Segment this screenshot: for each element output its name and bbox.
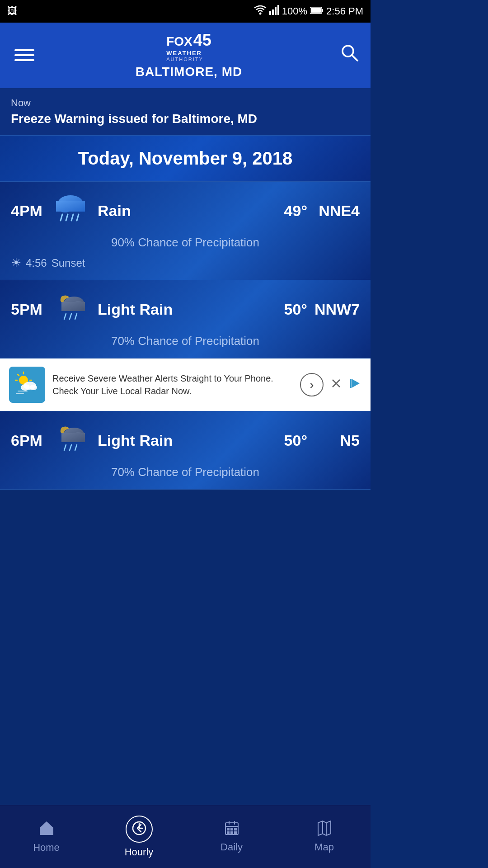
wind-5pm: NNW7 xyxy=(314,301,360,318)
home-icon xyxy=(38,820,55,838)
nav-hourly[interactable]: Hourly xyxy=(93,805,185,868)
sunset-icon: ☀ xyxy=(11,256,21,270)
logo-authority-text: AUTHORITY xyxy=(166,57,211,62)
svg-line-9 xyxy=(352,55,358,61)
night-rain-icon-5pm xyxy=(52,290,89,329)
weather-row-6pm: 6PM Light Rain 50° N5 xyxy=(0,411,371,490)
wifi-icon xyxy=(254,5,267,18)
hourly-icon xyxy=(131,820,147,838)
svg-rect-2 xyxy=(272,9,274,15)
svg-rect-58 xyxy=(231,832,233,834)
time-6pm: 6PM xyxy=(11,432,47,449)
search-button[interactable] xyxy=(340,43,360,67)
weather-row-4pm: 4PM Rain 49° NNE4 xyxy=(0,182,371,280)
nav-hourly-label: Hourly xyxy=(125,846,154,858)
svg-rect-13 xyxy=(56,201,85,212)
status-icons: 100% 2:56 PM xyxy=(254,5,363,18)
nav-daily-label: Daily xyxy=(221,841,243,853)
menu-button[interactable] xyxy=(11,46,38,65)
alert-message: Freeze Warning issued for Baltimore, MD xyxy=(11,112,360,126)
wind-6pm: N5 xyxy=(314,432,360,449)
signal-icon xyxy=(269,5,279,18)
weather-main-5pm: 5PM Lig xyxy=(11,290,360,329)
nav-map-label: Map xyxy=(314,841,334,853)
logo-fox-text: FOX xyxy=(166,34,192,49)
weather-main-4pm: 4PM Rain 49° NNE4 xyxy=(11,192,360,230)
svg-rect-44 xyxy=(61,433,85,442)
condition-4pm: Rain xyxy=(98,202,284,220)
sunset-label: Sunset xyxy=(52,257,85,269)
svg-rect-3 xyxy=(275,7,277,15)
svg-rect-56 xyxy=(235,828,236,830)
svg-line-24 xyxy=(75,314,77,319)
daily-icon xyxy=(224,820,240,838)
svg-rect-55 xyxy=(231,828,233,830)
svg-line-30 xyxy=(18,374,19,376)
svg-point-8 xyxy=(343,46,353,57)
svg-rect-7 xyxy=(322,9,323,12)
header-center: FOX 45 WEATHER AUTHORITY BALTIMORE, MD xyxy=(136,31,242,79)
ad-play-icon xyxy=(349,377,361,393)
svg-marker-60 xyxy=(318,821,331,835)
nav-home[interactable]: Home xyxy=(0,805,93,868)
status-bar: 🖼 100% 2 xyxy=(0,0,371,23)
nav-home-label: Home xyxy=(33,842,60,854)
svg-rect-6 xyxy=(311,8,321,13)
precip-5pm: 70% Chance of Precipitation xyxy=(11,334,360,348)
temp-4pm: 49° xyxy=(284,202,307,220)
sunset-time: 4:56 xyxy=(26,257,47,269)
ad-banner: Receive Severe Weather Alerts Straight t… xyxy=(0,359,371,411)
svg-marker-39 xyxy=(352,379,360,388)
svg-line-17 xyxy=(77,214,79,221)
time-5pm: 5PM xyxy=(11,301,47,318)
svg-point-34 xyxy=(30,385,37,390)
time-4pm: 4PM xyxy=(11,202,47,220)
battery-status: 100% xyxy=(282,5,307,17)
rain-icon-4pm xyxy=(52,192,89,230)
svg-line-15 xyxy=(66,214,68,221)
ad-close-button[interactable] xyxy=(331,378,342,392)
logo-weather-text: WEATHER xyxy=(166,50,211,57)
sunset-row: ☀ 4:56 Sunset xyxy=(11,256,360,270)
svg-line-14 xyxy=(61,214,62,221)
weather-row-5pm: 5PM Lig xyxy=(0,280,371,359)
svg-point-0 xyxy=(259,13,261,15)
bottom-nav: Home Hourly xyxy=(0,805,371,868)
nav-daily[interactable]: Daily xyxy=(185,805,278,868)
temp-5pm: 50° xyxy=(284,301,307,318)
svg-rect-1 xyxy=(269,11,271,15)
logo-number: 45 xyxy=(193,31,211,50)
svg-line-47 xyxy=(75,445,77,450)
temp-6pm: 50° xyxy=(284,432,307,449)
precip-6pm: 70% Chance of Precipitation xyxy=(11,465,360,479)
app-header: FOX 45 WEATHER AUTHORITY BALTIMORE, MD xyxy=(0,23,371,88)
svg-rect-59 xyxy=(235,832,236,834)
ad-weather-icon xyxy=(9,367,45,403)
ad-arrow-button[interactable]: › xyxy=(300,373,324,396)
svg-line-46 xyxy=(70,445,71,450)
condition-5pm: Light Rain xyxy=(98,301,284,318)
wind-4pm: NNE4 xyxy=(314,202,360,220)
date-header: Today, November 9, 2018 xyxy=(0,136,371,182)
nav-map[interactable]: Map xyxy=(278,805,371,868)
time-display: 2:56 PM xyxy=(326,5,363,17)
weather-main-6pm: 6PM Light Rain 50° N5 xyxy=(11,421,360,460)
hourly-icon-wrap xyxy=(126,816,153,843)
svg-line-23 xyxy=(70,314,71,319)
precip-4pm: 90% Chance of Precipitation xyxy=(11,236,360,250)
svg-rect-54 xyxy=(227,828,229,830)
svg-line-45 xyxy=(64,445,66,450)
svg-rect-4 xyxy=(277,5,279,15)
city-name: BALTIMORE, MD xyxy=(136,65,242,79)
night-rain-icon-6pm xyxy=(52,421,89,460)
map-icon xyxy=(316,820,333,838)
svg-point-33 xyxy=(21,384,30,391)
svg-line-22 xyxy=(64,314,66,319)
alert-banner: Now Freeze Warning issued for Baltimore,… xyxy=(0,88,371,136)
app-logo: FOX 45 WEATHER AUTHORITY xyxy=(166,31,211,62)
battery-icon xyxy=(310,5,324,17)
alert-now-label: Now xyxy=(11,97,360,109)
svg-rect-57 xyxy=(227,832,229,834)
photo-icon: 🖼 xyxy=(7,5,17,17)
svg-line-16 xyxy=(71,214,73,221)
